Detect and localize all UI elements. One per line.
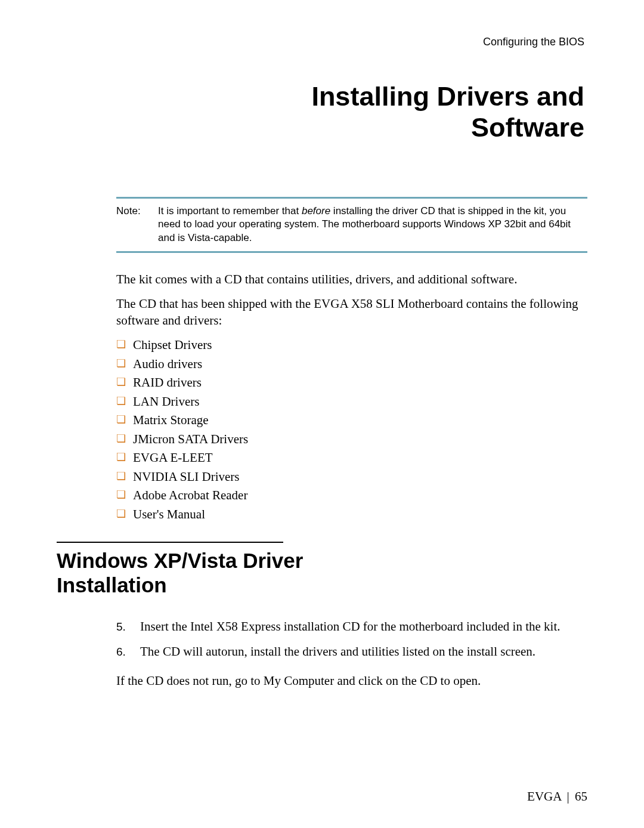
note-label: Note:	[116, 205, 158, 246]
driver-list: Chipset Drivers Audio drivers RAID drive…	[116, 336, 587, 524]
section-title-line2: Installation	[57, 573, 167, 597]
list-item: EVGA E-LEET	[116, 449, 587, 468]
list-item: Audio drivers	[116, 355, 587, 374]
list-item: JMicron SATA Drivers	[116, 430, 587, 449]
footer-page-number: 65	[575, 789, 587, 804]
chapter-title-line1: Installing Drivers and	[311, 81, 584, 112]
note-text: It is important to remember that before …	[158, 205, 587, 246]
step-number: 6.	[116, 644, 126, 660]
list-item: 6. The CD will autorun, install the driv…	[116, 643, 587, 660]
closing-paragraph: If the CD does not run, go to My Compute…	[116, 672, 587, 689]
intro-paragraph-2: The CD that has been shipped with the EV…	[116, 295, 587, 329]
step-text: Insert the Intel X58 Express installatio…	[140, 619, 561, 634]
step-text: The CD will autorun, install the drivers…	[140, 644, 535, 659]
note-italic: before	[302, 205, 330, 217]
intro-paragraph-1: The kit comes with a CD that contains ut…	[116, 271, 587, 288]
install-steps: 5. Insert the Intel X58 Express installa…	[116, 618, 587, 660]
list-item: RAID drivers	[116, 373, 587, 393]
footer-separator: |	[567, 789, 569, 804]
note-text-before: It is important to remember that	[158, 205, 302, 217]
footer-brand: EVGA	[527, 789, 561, 804]
list-item: 5. Insert the Intel X58 Express installa…	[116, 618, 587, 635]
section-title: Windows XP/Vista Driver Installation	[57, 549, 587, 597]
list-item: Adobe Acrobat Reader	[116, 486, 587, 505]
step-number: 5.	[116, 619, 126, 635]
page-footer: EVGA | 65	[527, 789, 587, 804]
section-title-line1: Windows XP/Vista Driver	[57, 549, 303, 572]
list-item: LAN Drivers	[116, 393, 587, 412]
list-item: User's Manual	[116, 505, 587, 524]
list-item: NVIDIA SLI Drivers	[116, 468, 587, 487]
chapter-title-line2: Software	[471, 112, 584, 143]
section-divider	[57, 542, 283, 543]
note-box: Note: It is important to remember that b…	[116, 197, 587, 254]
list-item: Matrix Storage	[116, 411, 587, 430]
chapter-title: Installing Drivers and Software	[57, 81, 584, 143]
header-section-label: Configuring the BIOS	[57, 36, 584, 48]
list-item: Chipset Drivers	[116, 336, 587, 355]
